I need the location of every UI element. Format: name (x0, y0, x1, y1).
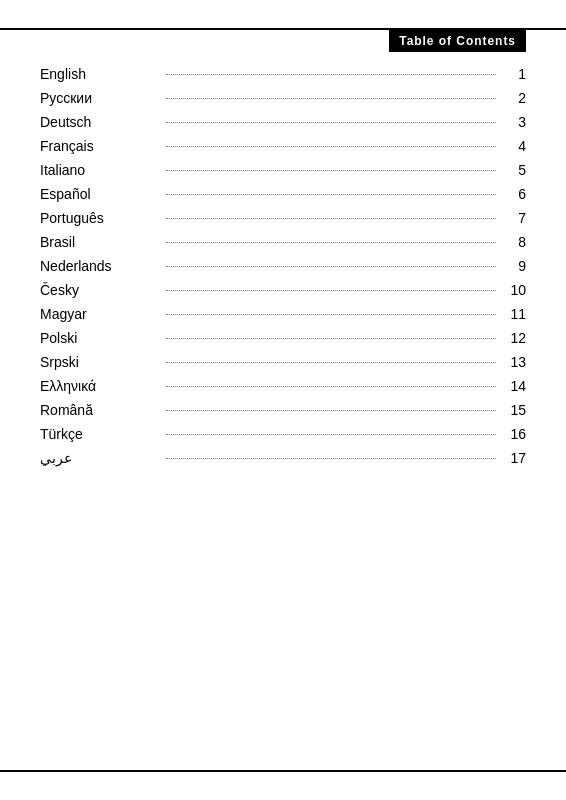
toc-lang-label: Nederlands (40, 258, 160, 274)
toc-lang-label: Magyar (40, 306, 160, 322)
toc-lang-label: Español (40, 186, 160, 202)
toc-row[interactable]: Nederlands9 (40, 254, 526, 278)
toc-dots (166, 122, 496, 123)
toc-row[interactable]: Türkçe16 (40, 422, 526, 446)
toc-row[interactable]: Română15 (40, 398, 526, 422)
toc-lang-label: عربي (40, 450, 160, 466)
toc-lang-label: Français (40, 138, 160, 154)
toc-dots (166, 218, 496, 219)
toc-page-number: 15 (502, 402, 526, 418)
toc-dots (166, 146, 496, 147)
toc-row[interactable]: Español6 (40, 182, 526, 206)
page: Table of Contents English1Русскии2Deutsc… (0, 0, 566, 800)
toc-page-number: 16 (502, 426, 526, 442)
toc-dots (166, 410, 496, 411)
toc-lang-label: Русскии (40, 90, 160, 106)
toc-row[interactable]: Ελληνικά14 (40, 374, 526, 398)
toc-dots (166, 74, 496, 75)
toc-page-number: 13 (502, 354, 526, 370)
toc-row[interactable]: Français4 (40, 134, 526, 158)
bottom-rule (0, 770, 566, 772)
toc-dots (166, 434, 496, 435)
toc-lang-label: Português (40, 210, 160, 226)
toc-page-number: 1 (502, 66, 526, 82)
toc-label: Table of Contents (389, 30, 526, 52)
toc-page-number: 8 (502, 234, 526, 250)
toc-list: English1Русскии2Deutsch3Français4Italian… (40, 62, 526, 470)
toc-page-number: 11 (502, 306, 526, 322)
toc-row[interactable]: Deutsch3 (40, 110, 526, 134)
toc-lang-label: Brasil (40, 234, 160, 250)
toc-page-number: 17 (502, 450, 526, 466)
toc-lang-label: Italiano (40, 162, 160, 178)
toc-lang-label: Ελληνικά (40, 378, 160, 394)
toc-row[interactable]: عربي17 (40, 446, 526, 470)
toc-dots (166, 170, 496, 171)
toc-row[interactable]: English1 (40, 62, 526, 86)
toc-dots (166, 314, 496, 315)
toc-page-number: 14 (502, 378, 526, 394)
toc-page-number: 7 (502, 210, 526, 226)
top-rule (0, 28, 566, 30)
toc-dots (166, 290, 496, 291)
toc-page-number: 2 (502, 90, 526, 106)
toc-row[interactable]: Polski12 (40, 326, 526, 350)
toc-page-number: 6 (502, 186, 526, 202)
toc-dots (166, 98, 496, 99)
toc-page-number: 12 (502, 330, 526, 346)
toc-page-number: 9 (502, 258, 526, 274)
toc-lang-label: Română (40, 402, 160, 418)
toc-lang-label: English (40, 66, 160, 82)
toc-dots (166, 266, 496, 267)
toc-lang-label: Türkçe (40, 426, 160, 442)
toc-lang-label: Srpski (40, 354, 160, 370)
toc-row[interactable]: Brasil8 (40, 230, 526, 254)
toc-row[interactable]: Italiano5 (40, 158, 526, 182)
toc-page-number: 5 (502, 162, 526, 178)
header-row: Table of Contents (40, 0, 526, 52)
toc-row[interactable]: Português7 (40, 206, 526, 230)
toc-dots (166, 242, 496, 243)
toc-row[interactable]: Česky10 (40, 278, 526, 302)
toc-row[interactable]: Srpski13 (40, 350, 526, 374)
toc-page-number: 10 (502, 282, 526, 298)
toc-dots (166, 194, 496, 195)
toc-dots (166, 362, 496, 363)
toc-dots (166, 458, 496, 459)
toc-dots (166, 386, 496, 387)
toc-page-number: 4 (502, 138, 526, 154)
toc-page-number: 3 (502, 114, 526, 130)
toc-row[interactable]: Русскии2 (40, 86, 526, 110)
toc-lang-label: Česky (40, 282, 160, 298)
toc-row[interactable]: Magyar11 (40, 302, 526, 326)
toc-lang-label: Polski (40, 330, 160, 346)
toc-dots (166, 338, 496, 339)
toc-lang-label: Deutsch (40, 114, 160, 130)
